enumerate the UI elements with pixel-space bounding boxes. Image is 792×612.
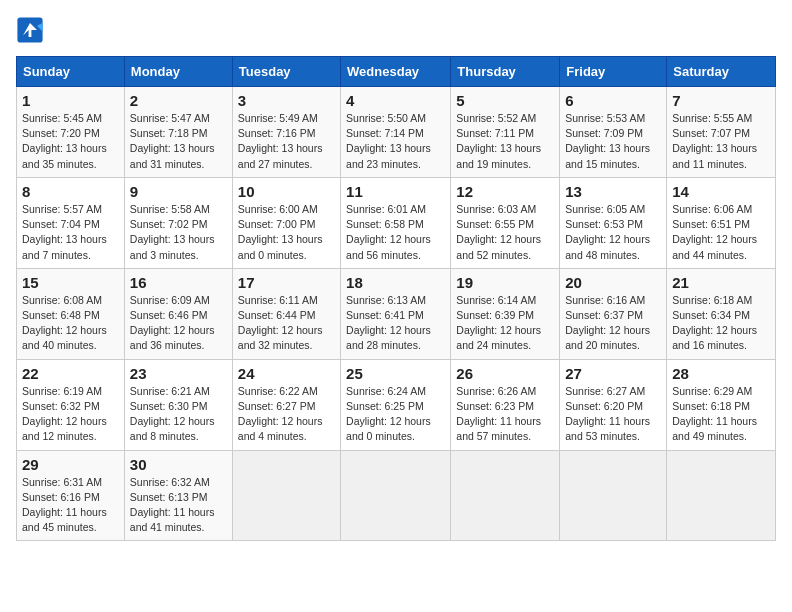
calendar-cell: 7Sunrise: 5:55 AM Sunset: 7:07 PM Daylig… (667, 87, 776, 178)
day-detail: Sunrise: 5:47 AM Sunset: 7:18 PM Dayligh… (130, 111, 227, 172)
day-detail: Sunrise: 5:45 AM Sunset: 7:20 PM Dayligh… (22, 111, 119, 172)
day-detail: Sunrise: 5:49 AM Sunset: 7:16 PM Dayligh… (238, 111, 335, 172)
header-monday: Monday (124, 57, 232, 87)
calendar-cell (560, 450, 667, 541)
calendar-cell: 30Sunrise: 6:32 AM Sunset: 6:13 PM Dayli… (124, 450, 232, 541)
day-detail: Sunrise: 6:24 AM Sunset: 6:25 PM Dayligh… (346, 384, 445, 445)
header-friday: Friday (560, 57, 667, 87)
day-number: 11 (346, 183, 445, 200)
day-number: 17 (238, 274, 335, 291)
day-detail: Sunrise: 6:14 AM Sunset: 6:39 PM Dayligh… (456, 293, 554, 354)
day-number: 29 (22, 456, 119, 473)
day-number: 3 (238, 92, 335, 109)
day-detail: Sunrise: 6:31 AM Sunset: 6:16 PM Dayligh… (22, 475, 119, 536)
day-detail: Sunrise: 6:21 AM Sunset: 6:30 PM Dayligh… (130, 384, 227, 445)
weekday-header-row: Sunday Monday Tuesday Wednesday Thursday… (17, 57, 776, 87)
calendar-cell (232, 450, 340, 541)
day-detail: Sunrise: 6:09 AM Sunset: 6:46 PM Dayligh… (130, 293, 227, 354)
day-number: 8 (22, 183, 119, 200)
header-thursday: Thursday (451, 57, 560, 87)
calendar-cell: 8Sunrise: 5:57 AM Sunset: 7:04 PM Daylig… (17, 177, 125, 268)
calendar-cell: 10Sunrise: 6:00 AM Sunset: 7:00 PM Dayli… (232, 177, 340, 268)
day-number: 24 (238, 365, 335, 382)
day-number: 13 (565, 183, 661, 200)
day-number: 1 (22, 92, 119, 109)
day-number: 6 (565, 92, 661, 109)
calendar-cell (341, 450, 451, 541)
calendar-cell: 15Sunrise: 6:08 AM Sunset: 6:48 PM Dayli… (17, 268, 125, 359)
calendar-cell: 21Sunrise: 6:18 AM Sunset: 6:34 PM Dayli… (667, 268, 776, 359)
day-number: 7 (672, 92, 770, 109)
calendar-cell: 25Sunrise: 6:24 AM Sunset: 6:25 PM Dayli… (341, 359, 451, 450)
day-detail: Sunrise: 6:27 AM Sunset: 6:20 PM Dayligh… (565, 384, 661, 445)
calendar-cell: 23Sunrise: 6:21 AM Sunset: 6:30 PM Dayli… (124, 359, 232, 450)
day-number: 19 (456, 274, 554, 291)
day-detail: Sunrise: 6:00 AM Sunset: 7:00 PM Dayligh… (238, 202, 335, 263)
calendar-cell: 22Sunrise: 6:19 AM Sunset: 6:32 PM Dayli… (17, 359, 125, 450)
day-detail: Sunrise: 6:32 AM Sunset: 6:13 PM Dayligh… (130, 475, 227, 536)
calendar-row: 1Sunrise: 5:45 AM Sunset: 7:20 PM Daylig… (17, 87, 776, 178)
day-number: 25 (346, 365, 445, 382)
calendar-cell: 4Sunrise: 5:50 AM Sunset: 7:14 PM Daylig… (341, 87, 451, 178)
calendar-cell: 9Sunrise: 5:58 AM Sunset: 7:02 PM Daylig… (124, 177, 232, 268)
day-detail: Sunrise: 6:26 AM Sunset: 6:23 PM Dayligh… (456, 384, 554, 445)
calendar-row: 15Sunrise: 6:08 AM Sunset: 6:48 PM Dayli… (17, 268, 776, 359)
day-detail: Sunrise: 6:29 AM Sunset: 6:18 PM Dayligh… (672, 384, 770, 445)
header-wednesday: Wednesday (341, 57, 451, 87)
day-detail: Sunrise: 6:03 AM Sunset: 6:55 PM Dayligh… (456, 202, 554, 263)
calendar-cell: 20Sunrise: 6:16 AM Sunset: 6:37 PM Dayli… (560, 268, 667, 359)
calendar-cell: 13Sunrise: 6:05 AM Sunset: 6:53 PM Dayli… (560, 177, 667, 268)
day-number: 5 (456, 92, 554, 109)
calendar-cell: 26Sunrise: 6:26 AM Sunset: 6:23 PM Dayli… (451, 359, 560, 450)
day-number: 2 (130, 92, 227, 109)
day-detail: Sunrise: 6:22 AM Sunset: 6:27 PM Dayligh… (238, 384, 335, 445)
day-detail: Sunrise: 5:50 AM Sunset: 7:14 PM Dayligh… (346, 111, 445, 172)
calendar-table: Sunday Monday Tuesday Wednesday Thursday… (16, 56, 776, 541)
day-detail: Sunrise: 6:06 AM Sunset: 6:51 PM Dayligh… (672, 202, 770, 263)
day-number: 14 (672, 183, 770, 200)
day-number: 28 (672, 365, 770, 382)
calendar-cell: 19Sunrise: 6:14 AM Sunset: 6:39 PM Dayli… (451, 268, 560, 359)
day-detail: Sunrise: 6:19 AM Sunset: 6:32 PM Dayligh… (22, 384, 119, 445)
calendar-cell: 24Sunrise: 6:22 AM Sunset: 6:27 PM Dayli… (232, 359, 340, 450)
day-number: 23 (130, 365, 227, 382)
day-number: 10 (238, 183, 335, 200)
day-detail: Sunrise: 6:01 AM Sunset: 6:58 PM Dayligh… (346, 202, 445, 263)
day-number: 12 (456, 183, 554, 200)
calendar-cell: 29Sunrise: 6:31 AM Sunset: 6:16 PM Dayli… (17, 450, 125, 541)
day-detail: Sunrise: 5:53 AM Sunset: 7:09 PM Dayligh… (565, 111, 661, 172)
calendar-cell: 17Sunrise: 6:11 AM Sunset: 6:44 PM Dayli… (232, 268, 340, 359)
day-detail: Sunrise: 6:13 AM Sunset: 6:41 PM Dayligh… (346, 293, 445, 354)
calendar-cell: 18Sunrise: 6:13 AM Sunset: 6:41 PM Dayli… (341, 268, 451, 359)
day-number: 9 (130, 183, 227, 200)
calendar-cell: 6Sunrise: 5:53 AM Sunset: 7:09 PM Daylig… (560, 87, 667, 178)
calendar-cell: 28Sunrise: 6:29 AM Sunset: 6:18 PM Dayli… (667, 359, 776, 450)
day-detail: Sunrise: 6:11 AM Sunset: 6:44 PM Dayligh… (238, 293, 335, 354)
calendar-row: 8Sunrise: 5:57 AM Sunset: 7:04 PM Daylig… (17, 177, 776, 268)
day-number: 26 (456, 365, 554, 382)
header-saturday: Saturday (667, 57, 776, 87)
day-detail: Sunrise: 5:55 AM Sunset: 7:07 PM Dayligh… (672, 111, 770, 172)
calendar-cell: 1Sunrise: 5:45 AM Sunset: 7:20 PM Daylig… (17, 87, 125, 178)
calendar-cell: 12Sunrise: 6:03 AM Sunset: 6:55 PM Dayli… (451, 177, 560, 268)
day-detail: Sunrise: 6:18 AM Sunset: 6:34 PM Dayligh… (672, 293, 770, 354)
header-sunday: Sunday (17, 57, 125, 87)
calendar-cell: 16Sunrise: 6:09 AM Sunset: 6:46 PM Dayli… (124, 268, 232, 359)
calendar-cell (451, 450, 560, 541)
day-detail: Sunrise: 5:58 AM Sunset: 7:02 PM Dayligh… (130, 202, 227, 263)
day-number: 15 (22, 274, 119, 291)
page-header (16, 16, 776, 44)
calendar-cell: 11Sunrise: 6:01 AM Sunset: 6:58 PM Dayli… (341, 177, 451, 268)
day-number: 27 (565, 365, 661, 382)
day-number: 20 (565, 274, 661, 291)
calendar-row: 29Sunrise: 6:31 AM Sunset: 6:16 PM Dayli… (17, 450, 776, 541)
calendar-cell: 3Sunrise: 5:49 AM Sunset: 7:16 PM Daylig… (232, 87, 340, 178)
day-detail: Sunrise: 6:08 AM Sunset: 6:48 PM Dayligh… (22, 293, 119, 354)
logo (16, 16, 48, 44)
day-detail: Sunrise: 5:52 AM Sunset: 7:11 PM Dayligh… (456, 111, 554, 172)
day-number: 22 (22, 365, 119, 382)
day-detail: Sunrise: 5:57 AM Sunset: 7:04 PM Dayligh… (22, 202, 119, 263)
day-number: 18 (346, 274, 445, 291)
calendar-cell: 2Sunrise: 5:47 AM Sunset: 7:18 PM Daylig… (124, 87, 232, 178)
day-detail: Sunrise: 6:16 AM Sunset: 6:37 PM Dayligh… (565, 293, 661, 354)
